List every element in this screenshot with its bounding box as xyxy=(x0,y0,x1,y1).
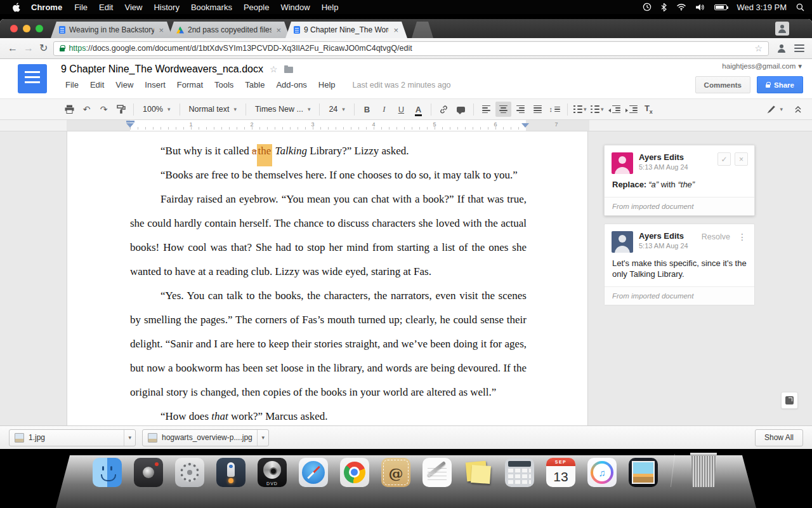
browser-profile-button[interactable] xyxy=(775,22,789,36)
close-window-button[interactable] xyxy=(10,25,18,32)
docs-menu-help[interactable]: Help xyxy=(313,80,341,90)
dock-trash-icon[interactable] xyxy=(688,453,719,487)
accept-suggestion-button[interactable]: ✓ xyxy=(717,152,731,166)
profile-menu-button[interactable] xyxy=(775,41,789,55)
docs-menu-insert[interactable]: Insert xyxy=(139,80,171,90)
docs-menu-format[interactable]: Format xyxy=(171,80,209,90)
dock-photo-booth-icon[interactable] xyxy=(134,458,163,487)
comment-options-icon[interactable]: ⋮ xyxy=(737,232,748,242)
underline-button[interactable]: U xyxy=(393,102,409,117)
address-bar[interactable]: https://docs.google.com/document/d/1btXd… xyxy=(53,41,769,56)
docs-menu-edit[interactable]: Edit xyxy=(84,80,110,90)
paint-format-button[interactable] xyxy=(113,102,129,117)
volume-icon[interactable] xyxy=(696,4,705,11)
menubar-item-help[interactable]: Help xyxy=(322,3,339,12)
menubar-item-history[interactable]: History xyxy=(154,3,179,12)
align-justify-button[interactable] xyxy=(530,102,546,117)
show-all-downloads-button[interactable]: Show All xyxy=(755,429,803,446)
indent-button[interactable] xyxy=(624,102,639,117)
tab-close-icon[interactable]: × xyxy=(275,26,282,34)
tab-close-icon[interactable]: × xyxy=(158,26,164,34)
chrome-menu-button[interactable] xyxy=(794,44,804,52)
print-button[interactable] xyxy=(62,102,77,117)
bold-button[interactable]: B xyxy=(359,102,375,117)
paragraph[interactable]: “Yes. You can talk to the books, the cha… xyxy=(130,284,527,404)
dock-stickies-icon[interactable] xyxy=(464,458,493,487)
menubar-clock[interactable]: Wed 3:19 PM xyxy=(737,3,787,12)
dock-safari-icon[interactable] xyxy=(299,458,328,487)
recent-items-icon[interactable] xyxy=(643,3,652,11)
zoom-window-button[interactable] xyxy=(36,25,43,32)
secure-lock-icon[interactable] xyxy=(60,48,65,51)
menubar-app-name[interactable]: Chrome xyxy=(31,3,62,12)
reload-button[interactable]: ↻ xyxy=(39,43,48,53)
apple-menu-icon[interactable] xyxy=(13,3,21,12)
battery-icon[interactable] xyxy=(714,4,727,10)
italic-button[interactable]: I xyxy=(376,102,392,117)
new-tab-button[interactable] xyxy=(412,22,433,38)
back-button[interactable]: ← xyxy=(8,43,18,53)
align-right-button[interactable] xyxy=(513,102,528,117)
paragraph-styles-dropdown[interactable]: Normal text ▾ xyxy=(185,102,241,117)
reject-suggestion-button[interactable]: × xyxy=(735,152,748,166)
document-page[interactable]: “But why is it called athe Talking Libra… xyxy=(67,131,588,425)
paragraph[interactable]: “How does that work?” Marcus asked. xyxy=(130,404,527,425)
account-menu[interactable]: haightjess@gmail.com ▾ xyxy=(722,62,802,70)
menubar-item-people[interactable]: People xyxy=(244,3,269,12)
document-title[interactable]: 9 Chapter Nine_The Wordweavers_nca.docx xyxy=(61,64,263,75)
share-button[interactable]: Share xyxy=(757,76,803,93)
editing-mode-dropdown[interactable]: ▾ xyxy=(763,102,787,117)
tab-weaving-backstory[interactable]: Weaving in the Backstory × xyxy=(51,22,173,38)
numbered-list-button[interactable]: ▾ xyxy=(572,102,588,117)
align-center-button[interactable] xyxy=(495,102,511,117)
dock-textedit-icon[interactable] xyxy=(422,458,452,487)
last-edit-status[interactable]: Last edit was 2 minutes ago xyxy=(353,81,451,90)
comment-card-note[interactable]: Ayers Edits 5:13 AM Aug 24 Resolve ⋮ Let… xyxy=(604,224,755,305)
wifi-icon[interactable] xyxy=(676,3,686,11)
dock-chrome-icon[interactable] xyxy=(340,458,369,487)
download-item-2[interactable]: hogwarts_overview-p....jpg ▾ xyxy=(142,429,269,446)
comments-button[interactable]: Comments xyxy=(695,76,750,93)
insert-comment-button[interactable] xyxy=(453,102,469,117)
bluetooth-icon[interactable] xyxy=(661,3,667,11)
dock-launchpad-icon[interactable] xyxy=(216,458,246,487)
forward-button[interactable]: → xyxy=(23,43,34,53)
suggested-deletion[interactable]: a xyxy=(252,145,257,157)
explore-button[interactable] xyxy=(781,392,798,409)
docs-menu-table[interactable]: Table xyxy=(239,80,270,90)
undo-button[interactable]: ↶ xyxy=(79,102,95,117)
docs-menu-tools[interactable]: Tools xyxy=(209,80,239,90)
dock-dvd-player-icon[interactable]: DVD xyxy=(258,458,287,487)
google-docs-logo[interactable] xyxy=(18,64,47,93)
move-to-folder-icon[interactable] xyxy=(284,67,293,73)
tab-chapter-nine-active[interactable]: 9 Chapter Nine_The Wordv × xyxy=(285,22,407,38)
dock-iphoto-icon[interactable] xyxy=(629,458,658,487)
dock-mail-icon[interactable]: @ xyxy=(381,458,410,487)
menubar-item-view[interactable]: View xyxy=(124,3,142,12)
download-options-icon[interactable]: ▾ xyxy=(257,430,268,446)
line-spacing-button[interactable]: ↕ xyxy=(547,102,563,117)
align-left-button[interactable] xyxy=(478,102,494,117)
collapse-toolbar-button[interactable] xyxy=(790,102,806,117)
dock-calendar-icon[interactable]: SEP 13 xyxy=(546,458,575,487)
menubar-item-bookmarks[interactable]: Bookmarks xyxy=(191,3,232,12)
dock-calculator-icon[interactable] xyxy=(505,458,534,487)
dock-itunes-icon[interactable]: ♫ xyxy=(587,458,617,487)
redo-button[interactable]: ↷ xyxy=(96,102,112,117)
resolve-button[interactable]: Resolve xyxy=(699,231,733,243)
menubar-item-file[interactable]: File xyxy=(74,3,88,12)
comment-card-replace[interactable]: Ayers Edits 5:13 AM Aug 24 ✓ × Replace:“… xyxy=(604,145,755,216)
font-size-dropdown[interactable]: 24 ▾ xyxy=(324,102,349,117)
star-document-icon[interactable]: ☆ xyxy=(270,64,278,74)
docs-menu-view[interactable]: View xyxy=(110,80,139,90)
paragraph[interactable]: “Books are free to be themselves here. I… xyxy=(130,163,527,187)
docs-menu-file[interactable]: File xyxy=(60,80,84,90)
menubar-item-window[interactable]: Window xyxy=(280,3,310,12)
minimize-window-button[interactable] xyxy=(23,25,30,32)
insert-link-button[interactable] xyxy=(436,102,452,117)
bookmark-star-icon[interactable]: ☆ xyxy=(754,43,763,53)
paragraph[interactable]: Fairday raised an eyebrow. “You mean you… xyxy=(130,187,527,284)
spotlight-icon[interactable] xyxy=(796,3,804,11)
font-dropdown[interactable]: Times New ... ▾ xyxy=(251,102,315,117)
left-indent-marker[interactable] xyxy=(126,123,134,128)
